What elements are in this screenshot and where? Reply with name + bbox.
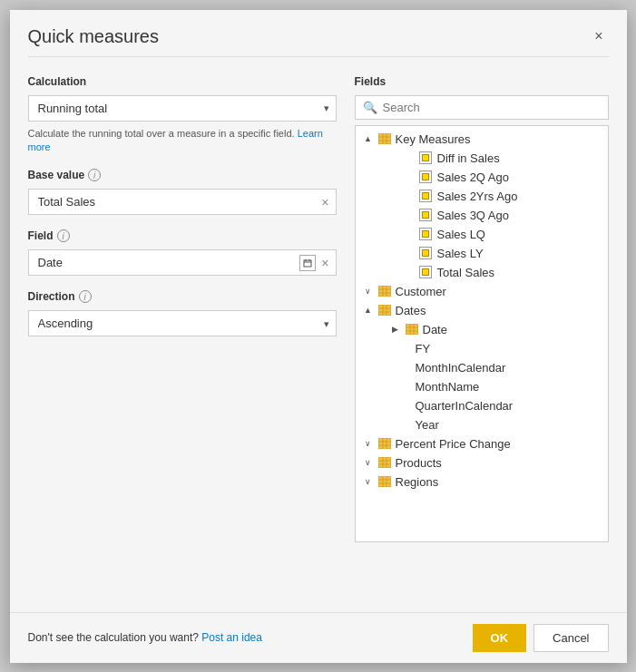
field-label-sales-3q-ago: Sales 3Q Ago xyxy=(437,209,510,222)
search-box[interactable]: 🔍 xyxy=(355,95,609,120)
footer-link: Don't see the calculation you want? Post… xyxy=(28,631,262,644)
svg-rect-24 xyxy=(378,438,391,449)
dates-chevron: ▲ xyxy=(363,306,374,315)
date-folder-label: Date xyxy=(423,323,447,336)
tree-group-regions[interactable]: ∨ Regions xyxy=(356,472,608,492)
date-folder-chevron: ▶ xyxy=(390,325,401,334)
field-info-icon: i xyxy=(57,229,70,242)
field-item-sales-2q-ago[interactable]: Sales 2Q Ago xyxy=(356,168,608,187)
field-item-diff-in-sales[interactable]: Diff in Sales xyxy=(356,149,608,168)
base-value-section: Base value i xyxy=(28,169,337,181)
svg-rect-29 xyxy=(378,457,391,468)
svg-rect-19 xyxy=(406,324,418,335)
content-area: Calculation Running total Moving average… xyxy=(10,57,627,612)
key-measures-chevron: ▲ xyxy=(363,134,374,143)
customer-table-icon xyxy=(377,285,392,297)
ok-button[interactable]: OK xyxy=(473,624,527,652)
direction-select[interactable]: Ascending Descending xyxy=(28,310,337,336)
field-label-sales-lq: Sales LQ xyxy=(437,228,485,241)
field-item-monthname[interactable]: MonthName xyxy=(356,377,608,396)
title-bar: Quick measures × xyxy=(10,10,627,56)
measure-icon xyxy=(419,266,432,278)
base-value-info-icon: i xyxy=(88,169,101,181)
base-value-input[interactable] xyxy=(28,189,337,215)
tree-group-key-measures[interactable]: ▲ Key Measures xyxy=(356,130,608,149)
customer-chevron: ∨ xyxy=(363,287,374,296)
field-clear-button[interactable]: × xyxy=(319,256,330,270)
customer-label: Customer xyxy=(396,285,446,298)
cancel-button[interactable]: Cancel xyxy=(533,624,608,652)
field-input-wrapper: × xyxy=(28,249,337,276)
field-item-sales-lq[interactable]: Sales LQ xyxy=(356,225,608,244)
field-item-year[interactable]: Year xyxy=(356,415,608,434)
regions-table-icon xyxy=(377,475,392,488)
footer-buttons: OK Cancel xyxy=(473,624,609,652)
direction-select-wrapper: Ascending Descending ▾ xyxy=(28,310,337,336)
base-value-input-wrapper: × xyxy=(28,189,337,215)
field-label-sales-ly: Sales LY xyxy=(437,247,484,260)
measure-icon xyxy=(419,170,432,183)
post-idea-link[interactable]: Post an idea xyxy=(201,631,262,644)
field-label-diff-in-sales: Diff in Sales xyxy=(437,151,500,165)
field-item-sales-3q-ago[interactable]: Sales 3Q Ago xyxy=(356,206,608,225)
field-label-total-sales: Total Sales xyxy=(437,266,495,279)
tree-group-dates[interactable]: ▲ Dates xyxy=(356,301,608,320)
calculation-select-wrapper: Running total Moving average Year-to-dat… xyxy=(28,95,337,122)
fields-tree: ▲ Key Measures xyxy=(355,125,609,542)
field-icons-container: × xyxy=(299,255,330,271)
key-measures-label: Key Measures xyxy=(396,132,471,146)
measure-icon xyxy=(419,247,432,259)
svg-rect-9 xyxy=(378,286,391,297)
tree-group-percent-price-change[interactable]: ∨ Percent Price Change xyxy=(356,434,608,453)
calculation-select[interactable]: Running total Moving average Year-to-dat… xyxy=(28,95,337,122)
calculation-hint: Calculate the running total over a measu… xyxy=(28,127,337,155)
tree-group-products[interactable]: ∨ Products xyxy=(356,453,608,472)
field-item-sales-ly[interactable]: Sales LY xyxy=(356,244,608,263)
calculation-label: Calculation xyxy=(28,75,337,88)
field-section: Field i xyxy=(28,229,337,242)
date-folder-icon xyxy=(405,323,419,336)
measure-icon xyxy=(419,190,432,202)
field-label-sales-2yrs-ago: Sales 2Yrs Ago xyxy=(437,190,518,203)
dialog-footer: Don't see the calculation you want? Post… xyxy=(10,612,627,663)
tree-folder-date[interactable]: ▶ Date xyxy=(356,320,608,339)
svg-rect-4 xyxy=(378,133,391,144)
products-table-icon xyxy=(377,456,392,469)
field-label-sales-2q-ago: Sales 2Q Ago xyxy=(437,170,510,184)
field-item-fy[interactable]: FY xyxy=(356,339,608,358)
svg-rect-34 xyxy=(378,476,391,487)
dates-label: Dates xyxy=(396,304,426,317)
svg-rect-14 xyxy=(378,305,391,316)
search-icon: 🔍 xyxy=(363,101,377,114)
field-input[interactable] xyxy=(28,249,337,276)
fields-label: Fields xyxy=(355,75,609,88)
direction-label: Direction xyxy=(28,290,75,303)
base-value-label: Base value xyxy=(28,169,85,181)
ppc-label: Percent Price Change xyxy=(396,437,511,451)
products-label: Products xyxy=(396,456,442,470)
field-item-sales-2yrs-ago[interactable]: Sales 2Yrs Ago xyxy=(356,187,608,206)
close-button[interactable]: × xyxy=(589,26,608,46)
quick-measures-dialog: Quick measures × Calculation Running tot… xyxy=(10,10,627,663)
direction-section: Direction i xyxy=(28,290,337,303)
key-measures-table-icon xyxy=(377,132,392,145)
regions-chevron: ∨ xyxy=(363,477,374,486)
regions-label: Regions xyxy=(396,475,439,489)
hint-text: Calculate the running total over a measu… xyxy=(28,128,295,139)
ppc-chevron: ∨ xyxy=(363,439,374,448)
base-value-clear-button[interactable]: × xyxy=(319,195,330,209)
dates-table-icon xyxy=(377,304,392,317)
search-input[interactable] xyxy=(383,101,601,114)
field-item-quarterincalendar[interactable]: QuarterInCalendar xyxy=(356,396,608,415)
tree-group-customer[interactable]: ∨ Customer xyxy=(356,282,608,301)
measure-icon xyxy=(419,151,432,164)
left-panel: Calculation Running total Moving average… xyxy=(28,75,337,594)
ppc-table-icon xyxy=(377,437,392,450)
products-chevron: ∨ xyxy=(363,458,374,467)
svg-rect-0 xyxy=(304,260,311,267)
field-label: Field xyxy=(28,229,54,242)
right-panel: Fields 🔍 ▲ xyxy=(355,75,609,594)
measure-icon xyxy=(419,228,432,240)
field-item-total-sales[interactable]: Total Sales xyxy=(356,263,608,282)
field-item-monthincalendar[interactable]: MonthInCalendar xyxy=(356,358,608,377)
